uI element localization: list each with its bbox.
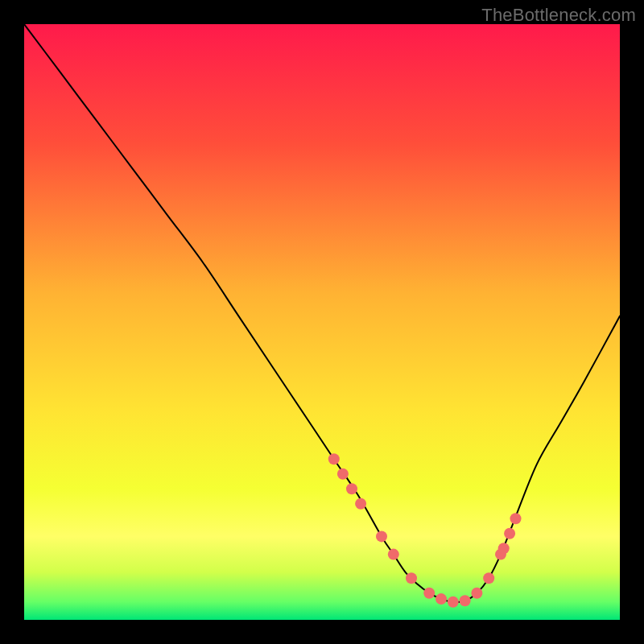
marker-point bbox=[328, 453, 340, 464]
marker-point bbox=[460, 595, 471, 606]
marker-point bbox=[406, 572, 417, 584]
highlighted-points bbox=[24, 24, 620, 620]
plot-area bbox=[24, 24, 620, 620]
marker-point bbox=[355, 498, 366, 510]
marker-point bbox=[376, 530, 387, 542]
marker-point bbox=[337, 469, 349, 480]
marker-point bbox=[388, 549, 399, 560]
marker-point bbox=[504, 528, 515, 539]
marker-point bbox=[346, 483, 357, 494]
chart-frame: TheBottleneck.com bbox=[0, 0, 644, 644]
marker-point bbox=[510, 513, 522, 524]
marker-point bbox=[471, 588, 482, 599]
marker-point bbox=[498, 543, 510, 554]
marker-point bbox=[448, 597, 459, 608]
marker-point bbox=[436, 593, 447, 605]
marker-point bbox=[483, 572, 494, 584]
marker-point bbox=[423, 588, 435, 599]
watermark-text: TheBottleneck.com bbox=[481, 5, 636, 26]
